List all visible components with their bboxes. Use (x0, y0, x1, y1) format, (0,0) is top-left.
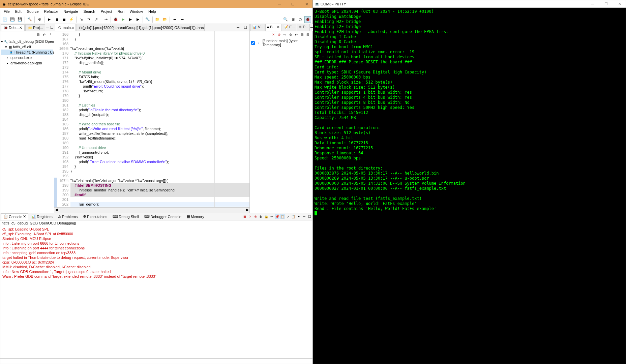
menu-edit[interactable]: Edit (13, 9, 24, 14)
debug-icon[interactable]: 🐞 (112, 16, 119, 23)
search-icon[interactable]: 🔍 (282, 16, 289, 23)
editor-tab-main[interactable]: ©main.c (55, 24, 76, 31)
collapse-all-icon[interactable]: ⊟ (36, 32, 40, 37)
step-over-icon[interactable]: ↷ (85, 16, 92, 23)
menu-project[interactable]: Project (98, 9, 114, 14)
remove-all-icon[interactable]: ⊗ (277, 32, 281, 37)
save-icon[interactable]: 💾 (9, 16, 16, 23)
cpp-perspective-icon[interactable]: © (297, 16, 304, 23)
new-folder-icon[interactable]: 📂 (161, 16, 168, 23)
menu-search[interactable]: Search (82, 9, 97, 14)
minimize-view-icon[interactable]: ─ (46, 24, 49, 31)
expressions-tab[interactable]: 📝 E... (282, 24, 297, 31)
clear-console-icon[interactable]: 🗑 (259, 214, 263, 219)
close-button[interactable]: ✕ (302, 1, 311, 7)
console-min-icon[interactable]: ─ (302, 214, 306, 219)
console-tab[interactable]: 📋 Console ✕ (1, 213, 28, 220)
console-max-icon[interactable]: ☐ (307, 214, 312, 219)
editor-scrollbar-h[interactable]: ◀▶ (54, 207, 249, 213)
menu-run[interactable]: Run (116, 9, 126, 14)
suspend-icon[interactable]: ⏸ (53, 16, 60, 23)
peripherals-tab[interactable]: ⚙ P... (297, 24, 309, 31)
skip-breakpoints-icon[interactable]: ⊘ (36, 16, 43, 23)
menu-file[interactable]: File (2, 9, 12, 14)
link-icon[interactable]: ⇄ (294, 32, 299, 37)
remove-all-launch-icon[interactable]: ⊗ (253, 214, 258, 219)
console-view-menu-icon[interactable]: ▾ (296, 214, 301, 219)
pin-console-icon[interactable]: 📌 (275, 214, 279, 219)
collapse-icon[interactable]: ⊟ (305, 32, 310, 37)
debug-perspective-icon[interactable]: 🐞 (304, 16, 311, 23)
open-perspective-icon[interactable]: ⊞ (290, 16, 296, 23)
registers-tab[interactable]: 📊 Registers (29, 213, 55, 220)
project-explorer-tab[interactable]: 📁Proj... (25, 24, 45, 31)
new-file-icon[interactable]: 📄 (2, 16, 8, 23)
display-console-icon[interactable]: 📋 (291, 214, 296, 219)
remove-launch-icon[interactable]: ✕ (248, 214, 252, 219)
debug-thread-node[interactable]: 🧵Thread #1 (Running : Use (1, 50, 53, 55)
new-class-icon[interactable]: 📁 (154, 16, 161, 23)
maximize-view-icon[interactable]: ☐ (50, 24, 54, 31)
link-editor-icon[interactable]: ⇄ (42, 32, 47, 37)
debug-shell-tab[interactable]: ⌨ Debug Shell (110, 213, 141, 220)
putty-maximize-button[interactable]: ☐ (601, 1, 611, 7)
instruction-step-icon[interactable]: ⇢ (102, 16, 109, 23)
forward-icon[interactable]: ➡ (179, 16, 185, 23)
debug-tab[interactable]: 🐞Deb...✕ (1, 24, 25, 31)
run-icon[interactable]: ▶ (120, 16, 126, 23)
putty-titlebar: 💻 COM3 - PuTTY ─ ☐ ✕ (313, 0, 626, 8)
breakpoints-tab[interactable]: ● B... ✕ (265, 24, 281, 31)
terminate-icon[interactable]: ⏹ (61, 16, 67, 23)
variables-tab[interactable]: 📊 V... (250, 24, 265, 31)
goto-icon[interactable]: ⇨ (282, 32, 287, 37)
putty-icon: 💻 (315, 2, 319, 6)
debugger-console-tab[interactable]: ⌨ Debugger Console (142, 213, 184, 220)
external-tools-icon[interactable]: 🔧 (144, 16, 151, 23)
menu-navigate[interactable]: Navigate (61, 9, 80, 14)
menu-refactor[interactable]: Refactor (42, 9, 60, 14)
word-wrap-icon[interactable]: ↩ (269, 214, 274, 219)
bottom-scrollbar[interactable] (0, 358, 312, 364)
skip-all-icon[interactable]: ⊘ (288, 32, 293, 37)
profile-icon[interactable]: ▶ (135, 16, 141, 23)
console-output[interactable]: c5_spl: Loading U-Boot SPLc5_spl: Execut… (0, 226, 312, 358)
expand-icon[interactable]: ⊞ (300, 32, 304, 37)
breakpoint-checkbox[interactable] (251, 41, 255, 45)
editor-minimize-icon[interactable]: ─ (235, 24, 241, 31)
step-into-icon[interactable]: ↘ (78, 16, 85, 23)
view-menu-icon[interactable]: ⋮ (48, 32, 53, 37)
disconnect-icon[interactable]: ⚡ (68, 16, 75, 23)
minimize-button[interactable]: ─ (275, 1, 284, 7)
editor-tab-frame[interactable]: ⊡(gdb[1].proc[42000].threadGroup[i1],gdb… (77, 24, 205, 31)
executables-tab[interactable]: ⚙ Executables (81, 213, 110, 220)
debug-launch-node[interactable]: ▾ 🔧fatfs_c5_debug [GDB OpenOCD (1, 39, 53, 44)
scroll-lock-icon[interactable]: 🔒 (264, 214, 269, 219)
code-editor[interactable]: 166167168169⊟170171172173174175176177178… (54, 31, 249, 207)
back-icon[interactable]: ⬅ (171, 16, 178, 23)
close-tab-icon[interactable]: ✕ (19, 26, 22, 30)
menu-help[interactable]: Help (146, 9, 158, 14)
build-icon[interactable]: 🔨 (26, 16, 33, 23)
problems-tab[interactable]: ⚠ Problems (56, 213, 80, 220)
editor-maximize-icon[interactable]: ☐ (242, 24, 249, 31)
breakpoint-item[interactable]: ▪ [function: main] [type: Temporary] (250, 38, 317, 48)
debug-gdb-node[interactable]: ▪arm-none-eabi-gdb (1, 60, 53, 66)
resume-icon[interactable]: ▶ (46, 16, 53, 23)
putty-close-button[interactable]: ✕ (615, 1, 624, 7)
coverage-icon[interactable]: ▶ (127, 16, 134, 23)
show-console-icon[interactable]: 📋 (280, 214, 285, 219)
menu-window[interactable]: Window (128, 9, 145, 14)
menu-source[interactable]: Source (25, 9, 41, 14)
remove-icon[interactable]: ✕ (271, 32, 276, 37)
debug-openocd-node[interactable]: ▪openocd.exe (1, 55, 53, 60)
debug-elf-node[interactable]: ▾ ▦fatfs_c5.elf (1, 44, 53, 50)
memory-tab[interactable]: ▦ Memory (184, 213, 207, 220)
open-console-icon[interactable]: ↗ (286, 214, 290, 219)
step-return-icon[interactable]: ↗ (93, 16, 99, 23)
putty-minimize-button[interactable]: ─ (588, 1, 597, 7)
save-all-icon[interactable]: 💾 (17, 16, 23, 23)
maximize-button[interactable]: ☐ (288, 1, 298, 7)
console-view: 📋 Console ✕ 📊 Registers ⚠ Problems ⚙ Exe… (0, 213, 312, 358)
terminate-console-icon[interactable]: ⏹ (242, 214, 247, 219)
putty-terminal[interactable]: U-Boot SPL 2024.04 (Oct 03 2024 - 14:52:… (313, 8, 626, 364)
